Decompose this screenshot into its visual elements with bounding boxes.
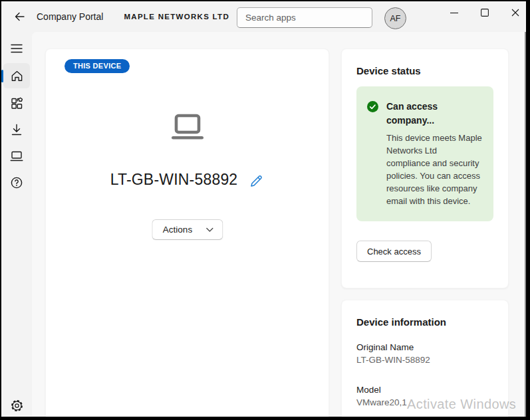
info-card-title: Device information [356,316,493,328]
sidebar-item-home[interactable] [3,63,30,88]
gear-icon [10,399,24,413]
home-icon [10,69,24,82]
close-icon [511,8,520,17]
this-device-badge: THIS DEVICE [65,59,130,73]
hamburger-icon [11,44,23,53]
download-icon [10,123,23,136]
titlebar: Company Portal MAPLE NETWORKS LTD AF [1,1,526,31]
avatar[interactable]: AF [384,7,406,29]
check-access-button[interactable]: Check access [356,241,432,262]
device-status-card: Device status Can access company... This… [341,49,509,288]
actions-dropdown[interactable]: Actions [152,219,223,240]
activate-windows-watermark: Activate Windows [407,397,516,412]
app-title: Company Portal [37,11,103,22]
back-arrow-icon [14,11,25,22]
actions-label: Actions [163,225,192,235]
sidebar [1,31,31,417]
chevron-down-icon [205,227,213,233]
minimize-button[interactable] [444,2,465,23]
status-text: Can access company... This device meets … [386,100,483,207]
status-heading: Can access company... [386,100,483,128]
laptop-icon [9,150,24,162]
device-laptop-icon [168,112,207,143]
back-button[interactable] [10,7,29,26]
minimize-icon [450,8,459,17]
apps-grid-icon [10,96,23,110]
status-body: This device meets Maple Networks Ltd com… [386,132,483,207]
field-label-original-name: Original Name [356,342,493,352]
maximize-button[interactable] [474,2,495,23]
edit-pencil-icon [249,173,263,187]
device-card: THIS DEVICE LT-GB-WIN-58892 Actions [45,49,329,417]
vertical-scrollbar[interactable] [525,32,526,417]
company-portal-app: Company Portal MAPLE NETWORKS LTD AF [1,1,526,417]
device-name: LT-GB-WIN-58892 [110,171,238,189]
field-value-original-name: LT-GB-WIN-58892 [356,355,493,365]
sidebar-item-downloads[interactable] [3,118,30,142]
sidebar-item-devices[interactable] [3,144,30,168]
compliance-status-box: Can access company... This device meets … [356,86,493,221]
device-name-row: LT-GB-WIN-58892 [46,171,329,189]
content-pane: THIS DEVICE LT-GB-WIN-58892 Actions [31,31,526,417]
sidebar-item-help[interactable] [3,171,30,195]
status-card-title: Device status [356,65,493,76]
field-label-model: Model [356,385,493,395]
nav-menu-button[interactable] [3,37,30,60]
window: Company Portal MAPLE NETWORKS LTD AF [0,0,530,420]
org-name: MAPLE NETWORKS LTD [124,13,229,21]
rename-device-button[interactable] [247,171,264,188]
sidebar-item-settings[interactable] [3,393,30,417]
close-button[interactable] [505,2,526,23]
sidebar-item-apps[interactable] [3,91,30,115]
search-input[interactable] [237,7,372,28]
help-icon [10,176,23,189]
maximize-icon [480,8,489,17]
check-circle-icon [367,101,378,112]
